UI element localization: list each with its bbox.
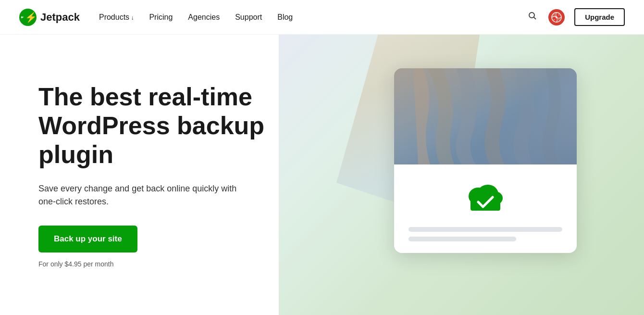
nav-item-products[interactable]: Products — [99, 13, 134, 22]
hero-title: The best real-time WordPress backup plug… — [38, 83, 317, 169]
cta-button[interactable]: Back up your site — [38, 226, 137, 252]
nav-item-support[interactable]: Support — [235, 13, 262, 22]
nav-link-pricing[interactable]: Pricing — [149, 13, 173, 21]
price-note: For only $4.95 per month — [38, 260, 317, 268]
nav-link-products[interactable]: Products — [99, 13, 134, 21]
logo-icon: ⚡ — [19, 9, 37, 26]
search-button[interactable] — [526, 10, 539, 25]
wordpress-icon[interactable] — [548, 9, 565, 25]
svg-point-1 — [529, 13, 534, 18]
svg-point-4 — [556, 16, 557, 18]
logo[interactable]: ⚡ Jetpack — [19, 9, 80, 26]
card-image — [394, 68, 577, 164]
card-body — [394, 164, 577, 253]
card-lines — [409, 227, 562, 241]
nav-link-blog[interactable]: Blog — [277, 13, 293, 21]
hero-card-area — [346, 73, 625, 253]
cloud-check-icon — [464, 181, 507, 215]
nav-item-pricing[interactable]: Pricing — [149, 13, 173, 22]
main-nav: ⚡ Jetpack Products Pricing Agencies Supp… — [0, 0, 644, 35]
svg-point-7 — [554, 19, 555, 20]
card-line-1 — [409, 227, 562, 232]
svg-point-5 — [554, 14, 555, 15]
svg-line-2 — [534, 17, 536, 20]
logo-text: Jetpack — [40, 11, 80, 24]
nav-right: Upgrade — [526, 8, 625, 26]
main-content: The best real-time WordPress backup plug… — [0, 35, 644, 315]
upgrade-button[interactable]: Upgrade — [574, 8, 625, 26]
backup-card — [394, 68, 577, 253]
svg-point-6 — [558, 14, 559, 15]
nav-item-blog[interactable]: Blog — [277, 13, 293, 22]
nav-link-agencies[interactable]: Agencies — [188, 13, 220, 21]
hero-section: The best real-time WordPress backup plug… — [38, 73, 317, 268]
hero-subtitle: Save every change and get back online qu… — [38, 182, 240, 208]
svg-point-8 — [558, 19, 559, 20]
card-line-2 — [409, 237, 516, 241]
nav-links: Products Pricing Agencies Support Blog — [99, 13, 293, 22]
nav-link-support[interactable]: Support — [235, 13, 262, 21]
nav-item-agencies[interactable]: Agencies — [188, 13, 220, 22]
